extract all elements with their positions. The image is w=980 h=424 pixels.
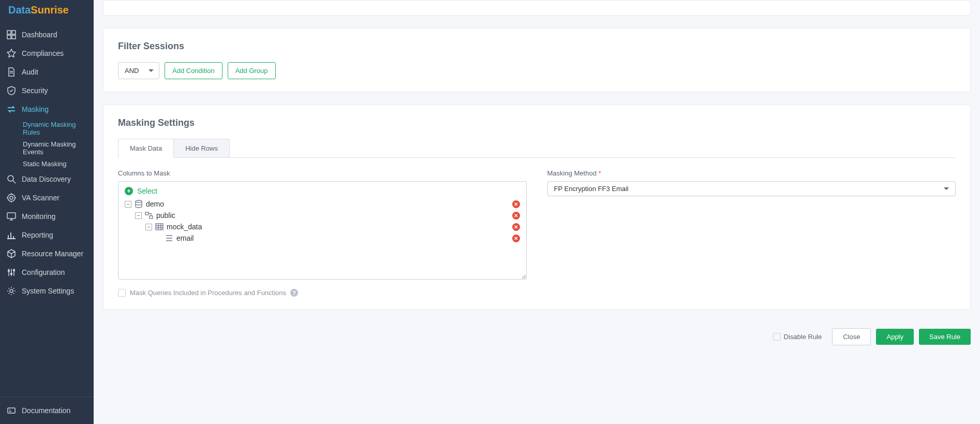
add-condition-button[interactable]: Add Condition [165,62,222,79]
apply-button[interactable]: Apply [876,329,914,345]
delete-button[interactable]: ✕ [512,223,520,231]
sidebar-item-reporting[interactable]: Reporting [0,226,94,244]
star-icon [6,48,17,59]
sidebar-item-resource-manager[interactable]: Resource Manager [0,244,94,263]
search-icon [6,174,17,184]
doc-icon [6,405,17,416]
sidebar-item-label: Reporting [22,231,53,239]
sidebar-item-monitoring[interactable]: Monitoring [0,207,94,226]
tree-node-column: email ✕ [125,232,520,244]
add-group-button[interactable]: Add Group [228,62,276,79]
sidebar-item-label: Data Discovery [22,175,71,183]
masking-method-value: FP Encryption FF3 Email [554,185,629,193]
columns-to-mask-label: Columns to Mask [118,169,527,177]
schema-icon [145,211,153,220]
sub-item-dynamic-events[interactable]: Dynamic Masking Events [23,138,94,158]
sidebar: DataSunrise Dashboard Compliances Audit [0,0,94,424]
masking-sub-items: Dynamic Masking Rules Dynamic Masking Ev… [0,119,94,170]
plus-icon: + [125,187,133,195]
sidebar-item-label: Compliances [22,49,64,57]
svg-rect-7 [7,213,16,218]
sidebar-item-dashboard[interactable]: Dashboard [0,25,94,44]
sidebar-item-label: Monitoring [22,212,55,221]
disable-rule-checkbox[interactable] [773,333,781,341]
masking-settings-card: Masking Settings Mask Data Hide Rows Col… [103,105,971,310]
sidebar-item-label: Masking [22,105,49,113]
gear-icon [6,286,17,296]
collapse-toggle[interactable]: − [135,212,142,219]
svg-rect-12 [8,408,15,413]
sidebar-item-label: Documentation [22,406,70,415]
tab-mask-data[interactable]: Mask Data [118,139,174,157]
footer-actions: Disable Rule Close Apply Save Rule [97,322,977,345]
svg-point-5 [8,194,15,201]
filter-sessions-card: Filter Sessions AND Add Condition Add Gr… [103,28,971,92]
sidebar-item-documentation[interactable]: Documentation [0,401,94,420]
collapse-toggle[interactable]: − [145,224,152,230]
dashboard-icon [6,30,17,40]
sidebar-item-audit[interactable]: Audit [0,63,94,81]
sidebar-item-system-settings[interactable]: System Settings [0,282,94,300]
svg-rect-1 [12,31,16,34]
tree-node-db: − demo ✕ [125,198,520,210]
nav: Dashboard Compliances Audit Security [0,21,94,397]
sidebar-item-security[interactable]: Security [0,81,94,100]
svg-rect-3 [12,35,16,39]
collapse-toggle[interactable]: − [125,201,131,208]
sidebar-item-label: Resource Manager [22,250,83,258]
svg-point-9 [11,273,12,275]
close-button[interactable]: Close [832,328,871,345]
delete-button[interactable]: ✕ [512,235,520,242]
top-card [103,0,971,16]
sub-item-static-masking[interactable]: Static Masking [23,158,94,170]
delete-button[interactable]: ✕ [512,212,520,220]
help-icon[interactable]: ? [290,289,298,297]
select-label: Select [137,187,157,195]
columns-tree: + Select − demo ✕ [118,181,527,280]
bars-icon [6,230,17,240]
tree-node-label: public [156,211,175,220]
sidebar-item-compliances[interactable]: Compliances [0,44,94,63]
tab-hide-rows[interactable]: Hide Rows [173,139,230,157]
sliders-icon [6,267,17,277]
database-icon [135,200,143,208]
main-content: Filter Sessions AND Add Condition Add Gr… [94,0,980,424]
sub-item-dynamic-rules[interactable]: Dynamic Masking Rules [23,119,94,138]
sidebar-item-va-scanner[interactable]: VA Scanner [0,188,94,207]
tree-node-table: − mock_data ✕ [125,221,520,232]
cube-icon [6,248,17,259]
tree-node-schema: − public ✕ [125,210,520,221]
save-rule-button[interactable]: Save Rule [919,329,971,345]
sidebar-item-label: Audit [22,68,38,76]
svg-rect-14 [145,212,149,215]
svg-point-10 [13,270,15,271]
sidebar-item-label: Configuration [22,268,65,276]
mask-queries-checkbox[interactable] [118,289,126,297]
sidebar-item-label: Dashboard [22,31,57,39]
sidebar-item-label: Security [22,86,48,95]
table-icon [155,223,164,231]
svg-rect-2 [7,35,11,39]
delete-button[interactable]: ✕ [512,200,520,208]
nav-footer: Documentation [0,397,94,424]
masking-settings-title: Masking Settings [118,118,956,128]
target-icon [6,193,17,203]
svg-rect-16 [156,224,163,230]
sidebar-item-label: System Settings [22,287,74,295]
svg-point-4 [8,176,13,181]
operator-value: AND [125,67,139,75]
sidebar-item-configuration[interactable]: Configuration [0,263,94,282]
swap-icon [6,104,17,114]
sidebar-item-masking[interactable]: Masking [0,100,94,119]
operator-select[interactable]: AND [118,62,159,79]
filter-sessions-title: Filter Sessions [118,41,956,52]
tree-node-label: email [176,234,194,242]
masking-tabs: Mask Data Hide Rows [118,139,956,158]
sidebar-item-data-discovery[interactable]: Data Discovery [0,170,94,188]
tree-node-label: mock_data [167,223,202,231]
shield-icon [6,85,17,96]
select-link[interactable]: + Select [125,187,520,195]
logo: DataSunrise [0,0,94,21]
masking-method-select[interactable]: FP Encryption FF3 Email [547,181,956,196]
mask-queries-label: Mask Queries Included in Procedures and … [130,289,286,297]
